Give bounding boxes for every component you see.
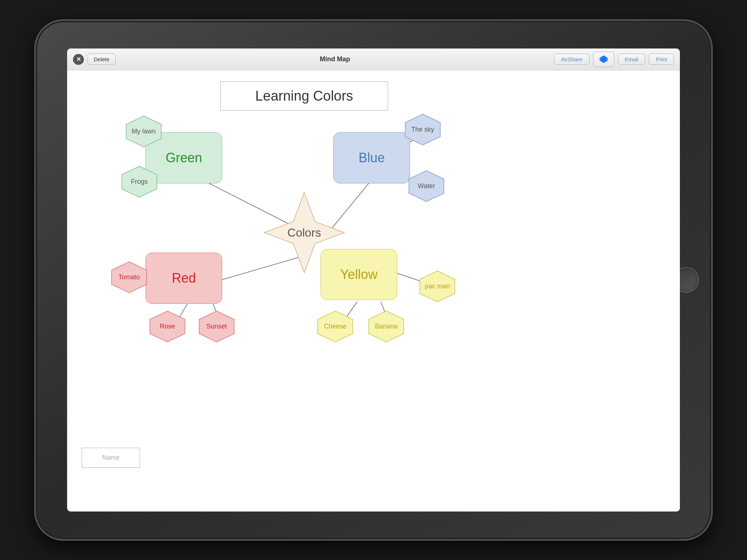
tomato-node[interactable]: Tomato — [109, 260, 149, 295]
sunset-text: Sunset — [206, 323, 227, 330]
delete-button[interactable]: Delete — [88, 54, 116, 65]
rose-node[interactable]: Rose — [147, 309, 187, 344]
the-sky-node[interactable]: The sky — [403, 112, 443, 147]
canvas: Learning Colors Colors Green Blue Red — [67, 70, 680, 512]
name-input[interactable]: Name — [82, 448, 140, 468]
title-node[interactable]: Learning Colors — [220, 81, 388, 110]
title-text: Learning Colors — [255, 88, 353, 104]
my-lawn-node[interactable]: My lawn — [124, 114, 164, 149]
center-node-text: Colors — [287, 226, 321, 240]
cheese-node[interactable]: Cheese — [315, 309, 355, 344]
yellow-label: Yellow — [340, 267, 378, 282]
airshare-button[interactable]: AirShare — [554, 54, 589, 65]
water-text: Water — [418, 182, 435, 190]
banana-text: Banana — [375, 323, 398, 330]
frogs-node[interactable]: Frogs — [119, 164, 159, 199]
red-label: Red — [172, 271, 196, 286]
red-node[interactable]: Red — [146, 253, 222, 304]
tomato-text: Tomato — [118, 273, 140, 281]
green-label: Green — [166, 150, 202, 166]
screen: ✕ Delete Mind Map AirShare Email Print — [67, 48, 680, 512]
blue-node[interactable]: Blue — [333, 132, 410, 183]
toolbar-title: Mind Map — [116, 55, 554, 63]
dropbox-button[interactable] — [593, 52, 614, 67]
name-placeholder: Name — [102, 454, 120, 462]
ipad-frame: ✕ Delete Mind Map AirShare Email Print — [34, 19, 713, 541]
banana-node[interactable]: Banana — [366, 309, 406, 344]
dropbox-icon — [599, 54, 609, 65]
frogs-text: Frogs — [131, 178, 148, 186]
close-button[interactable]: ✕ — [73, 54, 84, 65]
pac-man-text: pac man — [425, 283, 450, 290]
the-sky-text: The sky — [411, 126, 434, 133]
water-node[interactable]: Water — [406, 169, 446, 203]
yellow-node[interactable]: Yellow — [321, 249, 397, 300]
print-button[interactable]: Print — [649, 54, 674, 65]
my-lawn-text: My lawn — [132, 128, 156, 135]
email-button[interactable]: Email — [618, 54, 646, 65]
rose-text: Rose — [160, 323, 175, 330]
sunset-node[interactable]: Sunset — [197, 309, 237, 344]
toolbar: ✕ Delete Mind Map AirShare Email Print — [67, 48, 680, 70]
pac-man-node[interactable]: pac man — [417, 269, 457, 304]
cheese-text: Cheese — [324, 323, 347, 330]
blue-label: Blue — [359, 150, 385, 166]
